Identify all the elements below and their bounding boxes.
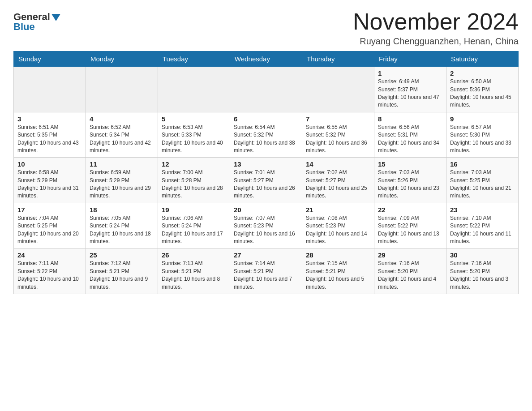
day-info: Sunrise: 7:11 AM Sunset: 5:22 PM Dayligh… <box>17 260 82 291</box>
day-info: Sunrise: 7:09 AM Sunset: 5:22 PM Dayligh… <box>378 214 442 246</box>
day-info: Sunrise: 7:10 AM Sunset: 5:22 PM Dayligh… <box>450 214 515 246</box>
calendar-cell: 4Sunrise: 6:52 AM Sunset: 5:34 PM Daylig… <box>86 112 158 158</box>
calendar-cell <box>158 67 230 112</box>
day-info: Sunrise: 7:00 AM Sunset: 5:28 PM Dayligh… <box>162 169 226 200</box>
page-header: General Blue November 2024 Ruyang Chengg… <box>13 9 519 47</box>
day-info: Sunrise: 7:16 AM Sunset: 5:20 PM Dayligh… <box>450 260 515 291</box>
calendar-cell: 17Sunrise: 7:04 AM Sunset: 5:25 PM Dayli… <box>14 203 86 248</box>
day-number: 21 <box>306 206 370 214</box>
day-number: 11 <box>90 160 154 168</box>
day-info: Sunrise: 6:54 AM Sunset: 5:32 PM Dayligh… <box>234 124 298 155</box>
calendar-cell: 30Sunrise: 7:16 AM Sunset: 5:20 PM Dayli… <box>446 248 519 294</box>
day-number: 1 <box>378 69 442 77</box>
day-header-thursday: Thursday <box>302 51 374 67</box>
day-number: 30 <box>450 251 515 259</box>
day-number: 17 <box>17 206 82 214</box>
logo-blue: Blue <box>13 21 35 33</box>
day-info: Sunrise: 6:57 AM Sunset: 5:30 PM Dayligh… <box>450 124 515 155</box>
day-info: Sunrise: 7:14 AM Sunset: 5:21 PM Dayligh… <box>234 260 298 291</box>
calendar-cell <box>86 67 158 112</box>
calendar-cell: 14Sunrise: 7:02 AM Sunset: 5:27 PM Dayli… <box>302 158 374 203</box>
calendar-cell: 8Sunrise: 6:56 AM Sunset: 5:31 PM Daylig… <box>374 112 446 158</box>
week-row-3: 10Sunrise: 6:58 AM Sunset: 5:29 PM Dayli… <box>14 158 519 203</box>
calendar-cell: 22Sunrise: 7:09 AM Sunset: 5:22 PM Dayli… <box>374 203 446 248</box>
day-header-saturday: Saturday <box>446 51 519 67</box>
day-info: Sunrise: 7:13 AM Sunset: 5:21 PM Dayligh… <box>162 260 226 291</box>
week-row-1: 1Sunrise: 6:49 AM Sunset: 5:37 PM Daylig… <box>14 67 519 112</box>
title-block: November 2024 Ruyang Chengguanzhen, Hena… <box>353 9 519 47</box>
day-header-friday: Friday <box>374 51 446 67</box>
calendar-cell: 3Sunrise: 6:51 AM Sunset: 5:35 PM Daylig… <box>14 112 86 158</box>
day-info: Sunrise: 7:15 AM Sunset: 5:21 PM Dayligh… <box>306 260 370 291</box>
calendar-body: 1Sunrise: 6:49 AM Sunset: 5:37 PM Daylig… <box>14 67 519 294</box>
calendar-cell: 13Sunrise: 7:01 AM Sunset: 5:27 PM Dayli… <box>230 158 302 203</box>
location: Ruyang Chengguanzhen, Henan, China <box>353 36 519 47</box>
day-info: Sunrise: 6:53 AM Sunset: 5:33 PM Dayligh… <box>162 124 226 155</box>
calendar-cell: 25Sunrise: 7:12 AM Sunset: 5:21 PM Dayli… <box>86 248 158 294</box>
day-info: Sunrise: 6:51 AM Sunset: 5:35 PM Dayligh… <box>17 124 82 155</box>
day-number: 16 <box>450 160 515 168</box>
day-number: 4 <box>90 115 154 123</box>
day-info: Sunrise: 7:07 AM Sunset: 5:23 PM Dayligh… <box>234 214 298 246</box>
day-number: 2 <box>450 69 515 77</box>
logo: General Blue <box>13 9 60 33</box>
calendar-cell: 1Sunrise: 6:49 AM Sunset: 5:37 PM Daylig… <box>374 67 446 112</box>
calendar-cell: 10Sunrise: 6:58 AM Sunset: 5:29 PM Dayli… <box>14 158 86 203</box>
week-row-5: 24Sunrise: 7:11 AM Sunset: 5:22 PM Dayli… <box>14 248 519 294</box>
day-header-monday: Monday <box>86 51 158 67</box>
day-number: 5 <box>162 115 226 123</box>
calendar-cell <box>14 67 86 112</box>
calendar-cell: 5Sunrise: 6:53 AM Sunset: 5:33 PM Daylig… <box>158 112 230 158</box>
month-title: November 2024 <box>353 9 519 34</box>
day-number: 24 <box>17 251 82 259</box>
day-number: 29 <box>378 251 442 259</box>
day-number: 13 <box>234 160 298 168</box>
day-info: Sunrise: 7:03 AM Sunset: 5:25 PM Dayligh… <box>450 169 515 200</box>
calendar-cell: 2Sunrise: 6:50 AM Sunset: 5:36 PM Daylig… <box>446 67 519 112</box>
calendar-cell: 23Sunrise: 7:10 AM Sunset: 5:22 PM Dayli… <box>446 203 519 248</box>
week-row-2: 3Sunrise: 6:51 AM Sunset: 5:35 PM Daylig… <box>14 112 519 158</box>
day-number: 28 <box>306 251 370 259</box>
header-row: SundayMondayTuesdayWednesdayThursdayFrid… <box>14 51 519 67</box>
day-info: Sunrise: 7:06 AM Sunset: 5:24 PM Dayligh… <box>162 214 226 246</box>
day-info: Sunrise: 6:58 AM Sunset: 5:29 PM Dayligh… <box>17 169 82 200</box>
calendar-cell: 27Sunrise: 7:14 AM Sunset: 5:21 PM Dayli… <box>230 248 302 294</box>
day-info: Sunrise: 7:01 AM Sunset: 5:27 PM Dayligh… <box>234 169 298 200</box>
calendar-table: SundayMondayTuesdayWednesdayThursdayFrid… <box>13 51 519 294</box>
calendar-cell: 26Sunrise: 7:13 AM Sunset: 5:21 PM Dayli… <box>158 248 230 294</box>
calendar-cell: 19Sunrise: 7:06 AM Sunset: 5:24 PM Dayli… <box>158 203 230 248</box>
day-info: Sunrise: 6:52 AM Sunset: 5:34 PM Dayligh… <box>90 124 154 155</box>
day-info: Sunrise: 7:08 AM Sunset: 5:23 PM Dayligh… <box>306 214 370 246</box>
day-info: Sunrise: 7:16 AM Sunset: 5:20 PM Dayligh… <box>378 260 442 291</box>
day-info: Sunrise: 6:59 AM Sunset: 5:29 PM Dayligh… <box>90 169 154 200</box>
week-row-4: 17Sunrise: 7:04 AM Sunset: 5:25 PM Dayli… <box>14 203 519 248</box>
day-number: 18 <box>90 206 154 214</box>
calendar-cell <box>230 67 302 112</box>
day-number: 27 <box>234 251 298 259</box>
calendar-cell: 29Sunrise: 7:16 AM Sunset: 5:20 PM Dayli… <box>374 248 446 294</box>
calendar-header: SundayMondayTuesdayWednesdayThursdayFrid… <box>14 51 519 67</box>
day-number: 3 <box>17 115 82 123</box>
day-number: 23 <box>450 206 515 214</box>
day-info: Sunrise: 7:05 AM Sunset: 5:24 PM Dayligh… <box>90 214 154 246</box>
calendar-cell: 7Sunrise: 6:55 AM Sunset: 5:32 PM Daylig… <box>302 112 374 158</box>
day-number: 12 <box>162 160 226 168</box>
day-number: 22 <box>378 206 442 214</box>
day-number: 7 <box>306 115 370 123</box>
day-info: Sunrise: 7:02 AM Sunset: 5:27 PM Dayligh… <box>306 169 370 200</box>
calendar-cell: 16Sunrise: 7:03 AM Sunset: 5:25 PM Dayli… <box>446 158 519 203</box>
day-number: 10 <box>17 160 82 168</box>
day-info: Sunrise: 7:12 AM Sunset: 5:21 PM Dayligh… <box>90 260 154 291</box>
day-number: 6 <box>234 115 298 123</box>
calendar-cell: 9Sunrise: 6:57 AM Sunset: 5:30 PM Daylig… <box>446 112 519 158</box>
day-header-wednesday: Wednesday <box>230 51 302 67</box>
day-header-sunday: Sunday <box>14 51 86 67</box>
calendar-cell: 6Sunrise: 6:54 AM Sunset: 5:32 PM Daylig… <box>230 112 302 158</box>
day-number: 9 <box>450 115 515 123</box>
day-info: Sunrise: 6:50 AM Sunset: 5:36 PM Dayligh… <box>450 78 515 109</box>
day-info: Sunrise: 6:49 AM Sunset: 5:37 PM Dayligh… <box>378 78 442 109</box>
calendar-cell: 24Sunrise: 7:11 AM Sunset: 5:22 PM Dayli… <box>14 248 86 294</box>
calendar-cell <box>302 67 374 112</box>
day-info: Sunrise: 6:56 AM Sunset: 5:31 PM Dayligh… <box>378 124 442 155</box>
day-info: Sunrise: 7:04 AM Sunset: 5:25 PM Dayligh… <box>17 214 82 246</box>
